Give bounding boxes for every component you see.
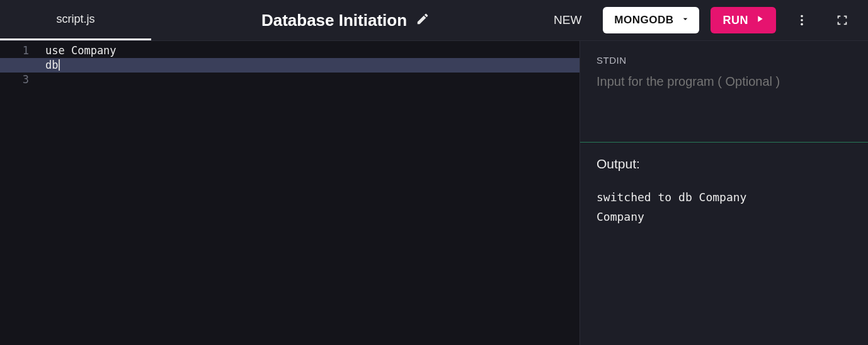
language-select-label: MONGODB: [614, 14, 673, 26]
stdin-input[interactable]: [597, 74, 852, 89]
panel-divider: [580, 142, 868, 143]
play-icon: [755, 14, 765, 27]
code-editor[interactable]: 123 use Companydb: [0, 41, 580, 345]
page-title: Database Initiation: [261, 11, 407, 30]
stdin-section: STDIN: [580, 41, 868, 142]
output-label: Output:: [597, 156, 852, 172]
title-area: Database Initiation: [151, 11, 540, 30]
text-cursor: [59, 59, 60, 71]
file-tab-label: script.js: [56, 13, 94, 26]
fullscreen-button[interactable]: [828, 6, 857, 35]
output-text: switched to db Company Company: [597, 188, 852, 226]
topbar: script.js Database Initiation NEW MONGOD…: [0, 0, 868, 41]
chevron-down-icon: [680, 14, 690, 27]
line-number: 3: [0, 73, 38, 87]
svg-point-1: [801, 19, 803, 21]
code-line[interactable]: use Company: [38, 44, 580, 58]
code-line[interactable]: [38, 73, 580, 87]
stdin-label: STDIN: [597, 55, 852, 66]
fullscreen-icon: [835, 13, 849, 27]
svg-point-0: [801, 15, 803, 18]
run-button[interactable]: RUN: [711, 7, 777, 33]
io-panel: STDIN Output: switched to db Company Com…: [580, 41, 868, 345]
run-button-label: RUN: [723, 14, 749, 27]
line-number: 1: [0, 44, 38, 58]
output-section: Output: switched to db Company Company: [580, 143, 868, 240]
edit-icon[interactable]: [416, 12, 430, 28]
new-button[interactable]: NEW: [540, 13, 595, 27]
file-tab[interactable]: script.js: [0, 0, 151, 40]
new-button-label: NEW: [554, 13, 581, 26]
svg-point-2: [801, 23, 803, 26]
code-line[interactable]: db: [38, 58, 580, 73]
code-lines[interactable]: use Companydb: [38, 41, 580, 87]
more-vertical-icon: [795, 13, 809, 27]
more-button[interactable]: [787, 6, 816, 35]
content-area: 123 use Companydb STDIN Output: switched…: [0, 41, 868, 345]
language-select[interactable]: MONGODB: [603, 7, 699, 33]
